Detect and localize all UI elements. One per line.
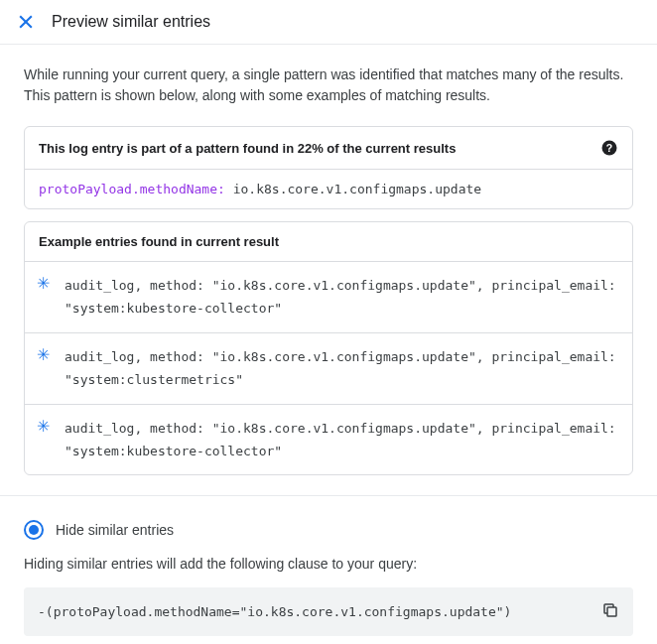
svg-text:?: ? (606, 142, 612, 154)
dialog-title: Preview similar entries (52, 13, 210, 31)
pattern-key: protoPayload.methodName: (39, 182, 225, 196)
pattern-header-text: This log entry is part of a pattern foun… (39, 141, 456, 156)
example-row: ✳ audit_log, method: "io.k8s.core.v1.con… (25, 333, 632, 405)
burst-icon: ✳ (37, 347, 50, 363)
burst-icon: ✳ (37, 276, 50, 292)
example-text: audit_log, method: "io.k8s.core.v1.confi… (61, 333, 632, 404)
pattern-value: io.k8s.core.v1.configmaps.update (233, 182, 481, 196)
example-row: ✳ audit_log, method: "io.k8s.core.v1.con… (25, 262, 632, 333)
help-icon[interactable]: ? (600, 139, 618, 157)
pattern-box: This log entry is part of a pattern foun… (24, 126, 633, 209)
copy-icon (601, 601, 619, 619)
radio-hide[interactable] (24, 520, 44, 540)
dialog-content: While running your current query, a sing… (0, 45, 657, 644)
pattern-code: protoPayload.methodName: io.k8s.core.v1.… (25, 170, 632, 208)
example-text: audit_log, method: "io.k8s.core.v1.confi… (61, 405, 632, 475)
close-button[interactable] (16, 12, 36, 32)
close-icon (16, 12, 36, 32)
radio-hide-label: Hide similar entries (56, 522, 174, 538)
example-text: audit_log, method: "io.k8s.core.v1.confi… (61, 262, 632, 332)
description-text: While running your current query, a sing… (24, 64, 633, 106)
burst-icon: ✳ (37, 419, 50, 435)
query-clause-text: -(protoPayload.methodName="io.k8s.core.v… (38, 604, 511, 619)
pattern-header: This log entry is part of a pattern foun… (25, 127, 632, 170)
example-header: Example entries found in current result (25, 222, 632, 262)
example-icon-cell: ✳ (25, 405, 61, 449)
example-icon-cell: ✳ (25, 262, 61, 306)
divider (0, 495, 657, 496)
example-row: ✳ audit_log, method: "io.k8s.core.v1.con… (25, 405, 632, 475)
radio-hide-row[interactable]: Hide similar entries (24, 520, 633, 540)
example-icon-cell: ✳ (25, 333, 61, 377)
hide-description: Hiding similar entries will add the foll… (24, 556, 633, 572)
svg-rect-4 (607, 607, 616, 616)
copy-button[interactable] (601, 601, 619, 622)
query-clause-box: -(protoPayload.methodName="io.k8s.core.v… (24, 587, 633, 636)
dialog-header: Preview similar entries (0, 0, 657, 45)
example-box: Example entries found in current result … (24, 221, 633, 475)
